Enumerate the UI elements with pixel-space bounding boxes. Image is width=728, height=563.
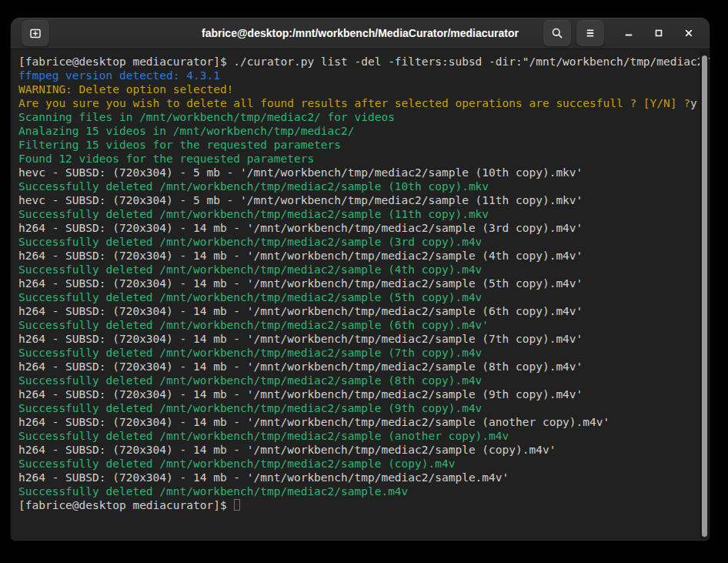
terminal-line: hevc - SUBSD: (720x304) - 5 mb - '/mnt/w… [18, 166, 699, 179]
terminal-line: Successfully deleted /mnt/workbench/tmp/… [18, 401, 699, 415]
terminal-line: ffmpeg version detected: 4.3.1 [18, 69, 699, 82]
terminal-line: Successfully deleted /mnt/workbench/tmp/… [18, 179, 699, 193]
titlebar[interactable]: fabrice@desktop:/mnt/workbench/MediaCura… [11, 18, 710, 49]
terminal-line: Filtering 15 videos for the requested pa… [18, 138, 699, 152]
terminal-line: Successfully deleted /mnt/workbench/tmp/… [18, 484, 699, 498]
terminal-line: h264 - SUBSD: (720x304) - 14 mb - '/mnt/… [18, 443, 699, 457]
terminal-line: h264 - SUBSD: (720x304) - 14 mb - '/mnt/… [18, 360, 699, 374]
terminal-line: Successfully deleted /mnt/workbench/tmp/… [18, 374, 699, 387]
terminal-line: Successfully deleted /mnt/workbench/tmp/… [18, 235, 699, 249]
terminal-line: h264 - SUBSD: (720x304) - 14 mb - '/mnt/… [18, 415, 699, 429]
terminal-line: Found 12 videos for the requested parame… [18, 152, 699, 166]
terminal-line: h264 - SUBSD: (720x304) - 14 mb - '/mnt/… [18, 249, 699, 263]
menu-icon [584, 27, 596, 39]
terminal-line: Successfully deleted /mnt/workbench/tmp/… [18, 290, 699, 304]
scrollbar-thumb[interactable] [702, 55, 707, 537]
terminal-line: [fabrice@desktop mediacurator]$ ./curato… [18, 55, 699, 69]
terminal-line: h264 - SUBSD: (720x304) - 14 mb - '/mnt/… [18, 276, 699, 290]
terminal-line: Successfully deleted /mnt/workbench/tmp/… [18, 457, 699, 471]
close-button[interactable] [679, 23, 699, 43]
minimize-button[interactable] [619, 23, 639, 43]
terminal-line: Scanning files in /mnt/workbench/tmp/med… [18, 110, 699, 124]
new-tab-button[interactable] [22, 20, 49, 46]
terminal-line: hevc - SUBSD: (720x304) - 5 mb - '/mnt/w… [18, 193, 699, 207]
desktop-background: fabrice@desktop:/mnt/workbench/MediaCura… [0, 0, 728, 563]
terminal-line: h264 - SUBSD: (720x304) - 14 mb - '/mnt/… [18, 471, 699, 484]
window-controls [619, 23, 699, 43]
terminal-line: Successfully deleted /mnt/workbench/tmp/… [18, 346, 699, 360]
terminal-window: fabrice@desktop:/mnt/workbench/MediaCura… [11, 18, 710, 541]
terminal-cursor [234, 499, 240, 511]
close-icon [683, 27, 695, 39]
search-icon [551, 27, 563, 39]
terminal-line: [fabrice@desktop mediacurator]$ [18, 498, 699, 512]
terminal-line: h264 - SUBSD: (720x304) - 14 mb - '/mnt/… [18, 221, 699, 235]
terminal-line: h264 - SUBSD: (720x304) - 14 mb - '/mnt/… [18, 332, 699, 346]
terminal-line: Successfully deleted /mnt/workbench/tmp/… [18, 429, 699, 443]
maximize-button[interactable] [649, 23, 669, 43]
terminal-line: Analazing 15 videos in /mnt/workbench/tm… [18, 124, 699, 138]
terminal-line: h264 - SUBSD: (720x304) - 14 mb - '/mnt/… [18, 304, 699, 318]
minimize-icon [623, 27, 635, 39]
scrollbar-track[interactable] [700, 51, 709, 539]
terminal-line: Successfully deleted /mnt/workbench/tmp/… [18, 263, 699, 276]
terminal-line: Successfully deleted /mnt/workbench/tmp/… [18, 318, 699, 332]
search-button[interactable] [543, 20, 571, 46]
terminal-line: WARNING: Delete option selected! [18, 82, 699, 96]
terminal-screen[interactable]: [fabrice@desktop mediacurator]$ ./curato… [11, 49, 710, 541]
terminal-line: h264 - SUBSD: (720x304) - 14 mb - '/mnt/… [18, 387, 699, 401]
tab-new-icon [29, 27, 42, 39]
menu-button[interactable] [576, 20, 604, 46]
terminal-line: Are you sure you wish to delete all foun… [18, 96, 699, 110]
window-title: fabrice@desktop:/mnt/workbench/MediaCura… [202, 27, 519, 39]
terminal-output: [fabrice@desktop mediacurator]$ ./curato… [18, 55, 699, 512]
maximize-icon [653, 27, 665, 39]
terminal-line: Successfully deleted /mnt/workbench/tmp/… [18, 207, 699, 221]
